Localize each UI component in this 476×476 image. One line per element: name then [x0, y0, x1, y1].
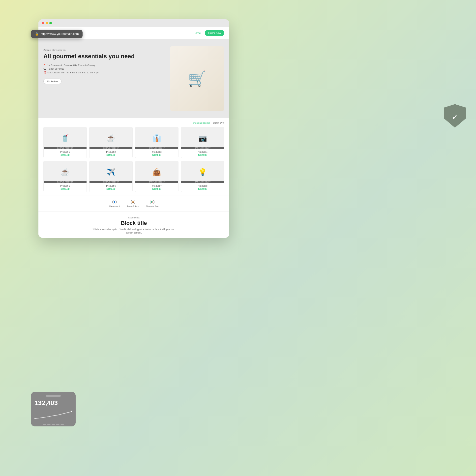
sort-by[interactable]: SORT BY ▾ [213, 122, 224, 124]
product-card-3[interactable]: 👔 SAMPLE PRODUCT Product 3 $199.00 [135, 127, 178, 158]
product-label-1: SAMPLE PRODUCT [44, 147, 87, 149]
block-title: Block title [43, 220, 224, 226]
stats-chart [34, 409, 72, 421]
clock-icon: ⏰ [43, 71, 46, 74]
block-superscript: Superscript [43, 216, 224, 219]
phone-icon: 📞 [43, 68, 46, 70]
fullscreen-dot[interactable] [49, 22, 52, 24]
product-price-8: $199.00 [183, 188, 222, 190]
footer-nav-item-2[interactable]: 🛍️ Shopping Bag [146, 200, 158, 207]
product-card-7[interactable]: 👜 SAMPLE PRODUCT Product 7 $199.00 [135, 161, 178, 192]
svg-point-0 [71, 411, 72, 413]
minimize-dot[interactable] [46, 22, 48, 24]
product-price-7: $199.00 [137, 188, 176, 190]
product-name-8: Product 8 [183, 185, 222, 187]
footer-nav-label-1: Track Orders [127, 205, 138, 207]
lock-icon: 🔒 [35, 32, 39, 36]
hero-image: 🛒 [170, 46, 224, 111]
shield-badge: ✓ [444, 104, 466, 128]
nav-links: Home Order now [193, 30, 224, 36]
hero-phone: 📞 +1 234 567 8910 [43, 68, 170, 70]
footer-nav-item-1[interactable]: 📦 Track Orders [127, 200, 138, 207]
product-label-3: SAMPLE PRODUCT [135, 147, 178, 149]
footer-nav-icon-2: 🛍️ [150, 200, 154, 204]
footer-nav-label-2: Shopping Bag [146, 205, 158, 207]
product-name-5: Product 5 [46, 185, 85, 187]
product-name-3: Product 3 [137, 151, 176, 153]
product-label-5: SAMPLE PRODUCT [44, 181, 87, 183]
product-image-2: ☕ SAMPLE PRODUCT [89, 127, 132, 149]
product-name-2: Product 2 [91, 151, 130, 153]
product-label-2: SAMPLE PRODUCT [89, 147, 132, 149]
stats-widget: 132,403 [31, 392, 76, 426]
browser-dots [42, 22, 52, 24]
product-image-1: 🥤 SAMPLE PRODUCT [44, 127, 87, 149]
product-image-4: 📷 SAMPLE PRODUCT [181, 127, 224, 149]
order-now-button[interactable]: Order now [205, 30, 224, 36]
product-card-5[interactable]: ☕ SAMPLE PRODUCT Product 5 $199.00 [43, 161, 87, 192]
url-text: https://www.yourdomain.com [41, 32, 79, 36]
stats-dots [34, 424, 72, 425]
product-label-8: SAMPLE PRODUCT [181, 181, 224, 183]
footer-nav: 👤 My Account 📦 Track Orders 🛍️ Shopping … [38, 196, 229, 211]
hero-section: Grocery store near you All gourmet essen… [38, 39, 229, 118]
product-image-8: 💡 SAMPLE PRODUCT [181, 161, 224, 183]
footer-nav-icon-0: 👤 [112, 200, 117, 204]
product-name-7: Product 7 [137, 185, 176, 187]
product-image-7: 👜 SAMPLE PRODUCT [135, 161, 178, 183]
browser-content: Irvine Home Order now Grocery store near… [38, 27, 229, 238]
product-image-6: ✈️ SAMPLE PRODUCT [89, 161, 132, 183]
product-card-4[interactable]: 📷 SAMPLE PRODUCT Product 4 $199.00 [181, 127, 224, 158]
product-price-2: $199.00 [91, 154, 130, 156]
product-price-3: $199.00 [137, 154, 176, 156]
product-card-1[interactable]: 🥤 SAMPLE PRODUCT Product 1 $199.00 [43, 127, 87, 158]
products-section: Shopping Bag (0) SORT BY ▾ 🥤 SAMPLE PROD… [38, 118, 229, 196]
block-section: Superscript Block title This is a block … [38, 211, 229, 238]
product-label-4: SAMPLE PRODUCT [181, 147, 224, 149]
url-bar: 🔒 https://www.yourdomain.com [31, 30, 83, 38]
location-icon: 📍 [43, 64, 46, 66]
product-card-2[interactable]: ☕ SAMPLE PRODUCT Product 2 $199.00 [89, 127, 133, 158]
product-card-8[interactable]: 💡 SAMPLE PRODUCT Product 8 $199.00 [181, 161, 224, 192]
product-label-7: SAMPLE PRODUCT [135, 181, 178, 183]
footer-nav-item-0[interactable]: 👤 My Account [109, 200, 119, 207]
stats-bar [46, 395, 61, 397]
hero-address: 📍 1st Example st., Example City, Example… [43, 64, 170, 66]
hero-hours: ⏰ Sun: Closed, Mon-Fri: 8 am–6 pm, Sat: … [43, 71, 170, 74]
products-grid: 🥤 SAMPLE PRODUCT Product 1 $199.00 ☕ SAM… [43, 127, 224, 192]
nav-home-link[interactable]: Home [193, 31, 201, 34]
footer-nav-label-0: My Account [109, 205, 119, 207]
product-image-3: 👔 SAMPLE PRODUCT [135, 127, 178, 149]
product-price-5: $199.00 [46, 188, 85, 190]
hero-superscript: Grocery store near you [43, 49, 170, 51]
shopping-bag-link[interactable]: Shopping Bag (0) [192, 122, 210, 124]
close-dot[interactable] [42, 22, 44, 24]
product-name-1: Product 1 [46, 151, 85, 153]
product-card-6[interactable]: ✈️ SAMPLE PRODUCT Product 6 $199.00 [89, 161, 133, 192]
product-name-4: Product 4 [183, 151, 222, 153]
product-price-1: $199.00 [46, 154, 85, 156]
hero-text: Grocery store near you All gourmet essen… [43, 46, 170, 111]
check-icon: ✓ [452, 112, 458, 122]
stats-number: 132,403 [34, 399, 72, 407]
product-image-5: ☕ SAMPLE PRODUCT [44, 161, 87, 183]
browser-chrome [38, 19, 229, 27]
hero-title: All gourmet essentials you need [43, 53, 170, 60]
products-header: Shopping Bag (0) SORT BY ▾ [43, 122, 224, 124]
product-label-6: SAMPLE PRODUCT [89, 181, 132, 183]
footer-nav-icon-1: 📦 [131, 200, 135, 204]
product-price-6: $199.00 [91, 188, 130, 190]
browser-window: Irvine Home Order now Grocery store near… [38, 19, 229, 238]
product-price-4: $199.00 [183, 154, 222, 156]
contact-button[interactable]: Contact us [43, 79, 61, 84]
product-name-6: Product 6 [91, 185, 130, 187]
block-description: This is a block description. To edit, cl… [92, 228, 176, 235]
